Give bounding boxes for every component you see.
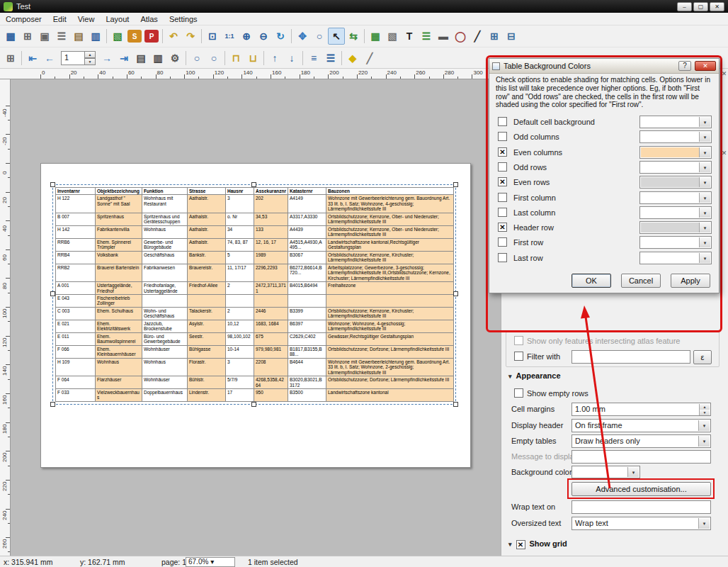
minimize-button[interactable]: –: [677, 2, 692, 11]
dropdown-arrow-icon[interactable]: [699, 223, 710, 232]
dropdown-arrow-icon[interactable]: [698, 436, 710, 447]
last-row-color-dropdown[interactable]: [639, 252, 712, 264]
dropdown-arrow-icon[interactable]: [698, 518, 710, 529]
export-as-svg-icon[interactable]: S: [127, 30, 142, 43]
add-shape-icon[interactable]: ◯: [452, 28, 469, 45]
composer-canvas[interactable]: InventarnrObjektbezeichnungFunktionStras…: [11, 79, 501, 556]
first-row-checkbox[interactable]: [498, 237, 507, 247]
atlas-settings-icon[interactable]: ⚙: [166, 50, 183, 67]
atlas-page-spinner[interactable]: 1: [61, 51, 96, 65]
dropdown-arrow-icon[interactable]: [699, 193, 710, 203]
advanced-customisation-button[interactable]: Advanced customisation...: [571, 482, 711, 496]
appearance-section-header[interactable]: Appearance: [508, 371, 561, 380]
dropdown-arrow-icon[interactable]: [699, 132, 710, 142]
odd-rows-color-dropdown[interactable]: [639, 161, 712, 174]
display-header-dropdown[interactable]: On first frame: [571, 419, 711, 432]
export-as-image-icon[interactable]: ▧: [109, 28, 126, 45]
zoom-out-icon[interactable]: ⊖: [255, 28, 272, 45]
dialog-titlebar[interactable]: Table Background Colors ? ✕: [489, 59, 719, 74]
raise-selected-items-icon[interactable]: ↑: [266, 50, 283, 67]
menu-atlas[interactable]: Atlas: [135, 14, 163, 24]
show-grid-section-header[interactable]: Show grid: [508, 539, 567, 548]
spin-up-icon[interactable]: [85, 51, 96, 58]
selection-handle[interactable]: [453, 291, 458, 296]
distribute-items-icon[interactable]: ☰: [322, 50, 339, 67]
atlas-last-feature-icon[interactable]: ⇥: [115, 50, 132, 67]
export-as-pdf-icon[interactable]: P: [144, 30, 159, 43]
odd-columns-color-dropdown[interactable]: [639, 130, 712, 143]
message-to-display-input[interactable]: [571, 450, 711, 464]
default-cell-background-color-dropdown[interactable]: [639, 116, 712, 128]
save-as-template-icon[interactable]: ▥: [87, 28, 104, 45]
dropdown-arrow-icon[interactable]: [699, 117, 710, 127]
dropdown-arrow-icon[interactable]: [699, 177, 710, 187]
selection-handle[interactable]: [50, 182, 55, 187]
set-pages-icon[interactable]: ⊞: [2, 50, 19, 67]
empty-tables-dropdown[interactable]: Draw headers only: [571, 434, 711, 448]
dialog-help-button[interactable]: ?: [678, 61, 691, 71]
duplicate-composition-icon[interactable]: ▣: [36, 28, 53, 45]
attribute-table-item[interactable]: InventarnrObjektbezeichnungFunktionStras…: [55, 187, 453, 402]
filter-with-checkbox[interactable]: [514, 352, 523, 361]
even-rows-checkbox[interactable]: [498, 177, 507, 186]
zoom-previous-icon[interactable]: ○: [188, 50, 205, 67]
add-html-frame-icon[interactable]: ⊟: [503, 28, 520, 45]
header-row-color-dropdown[interactable]: [639, 221, 712, 234]
select-move-item-icon[interactable]: ↖: [328, 28, 345, 45]
show-guides-icon[interactable]: ╱: [361, 50, 378, 67]
dropdown-arrow-icon[interactable]: [699, 162, 710, 172]
spin-buttons[interactable]: [699, 404, 710, 415]
apply-button[interactable]: Apply: [671, 274, 710, 288]
default-cell-background-checkbox[interactable]: [498, 117, 507, 126]
spin-up-icon[interactable]: [699, 404, 710, 410]
menu-view[interactable]: View: [72, 14, 101, 24]
new-composition-icon[interactable]: ⊞: [19, 28, 36, 45]
zoom-in-icon[interactable]: ⊕: [238, 28, 255, 45]
show-grid-checkbox[interactable]: [516, 540, 525, 549]
atlas-first-feature-icon[interactable]: ⇤: [24, 50, 41, 67]
first-column-color-dropdown[interactable]: [639, 191, 712, 204]
dropdown-arrow-icon[interactable]: [699, 208, 710, 218]
oversized-text-dropdown[interactable]: Wrap text: [571, 517, 711, 530]
expression-builder-button[interactable]: ε: [693, 350, 712, 364]
cell-margins-spinbox[interactable]: 1.00 mm: [571, 403, 711, 416]
menu-edit[interactable]: Edit: [47, 14, 72, 24]
dropdown-arrow-icon[interactable]: [699, 147, 710, 157]
last-column-color-dropdown[interactable]: [639, 206, 712, 219]
cancel-button[interactable]: Cancel: [621, 274, 661, 288]
selection-handle[interactable]: [50, 291, 55, 296]
wrap-text-input[interactable]: [571, 500, 711, 514]
dialog-close-button[interactable]: ✕: [695, 61, 716, 71]
add-label-icon[interactable]: T: [401, 28, 418, 45]
composition-manager-icon[interactable]: ☰: [53, 28, 70, 45]
add-scalebar-icon[interactable]: ▬: [435, 28, 452, 45]
dock-close-icon[interactable]: [720, 150, 728, 157]
move-item-content-icon[interactable]: ⇆: [345, 28, 362, 45]
add-arrow-icon[interactable]: ╱: [469, 28, 486, 45]
dropdown-arrow-icon[interactable]: [210, 558, 214, 566]
odd-columns-checkbox[interactable]: [498, 132, 507, 141]
selection-handle[interactable]: [50, 402, 55, 407]
selection-handle[interactable]: [453, 182, 458, 187]
even-columns-color-dropdown[interactable]: [639, 146, 712, 159]
snap-to-grid-icon[interactable]: ◆: [344, 50, 361, 67]
add-image-icon[interactable]: ▧: [384, 28, 401, 45]
undo-icon[interactable]: ↶: [165, 28, 182, 45]
even-columns-checkbox[interactable]: [498, 147, 507, 157]
first-column-checkbox[interactable]: [498, 193, 507, 202]
dock-close-icon[interactable]: [720, 70, 728, 78]
even-rows-color-dropdown[interactable]: [639, 176, 712, 189]
print-atlas-icon[interactable]: ▤: [132, 50, 149, 67]
selection-handle[interactable]: [251, 182, 256, 187]
zoom-actual-size-icon[interactable]: 1:1: [221, 28, 238, 45]
close-button[interactable]: ✕: [710, 2, 724, 11]
lower-selected-items-icon[interactable]: ↓: [283, 50, 300, 67]
dropdown-arrow-icon[interactable]: [627, 467, 639, 477]
maximize-button[interactable]: ▢: [693, 2, 708, 11]
menu-layout[interactable]: Layout: [100, 14, 135, 24]
dropdown-arrow-icon[interactable]: [699, 237, 710, 247]
background-color-dropdown[interactable]: [571, 466, 640, 478]
atlas-next-feature-icon[interactable]: →: [98, 50, 115, 67]
dropdown-arrow-icon[interactable]: [699, 253, 710, 263]
last-column-checkbox[interactable]: [498, 208, 507, 217]
